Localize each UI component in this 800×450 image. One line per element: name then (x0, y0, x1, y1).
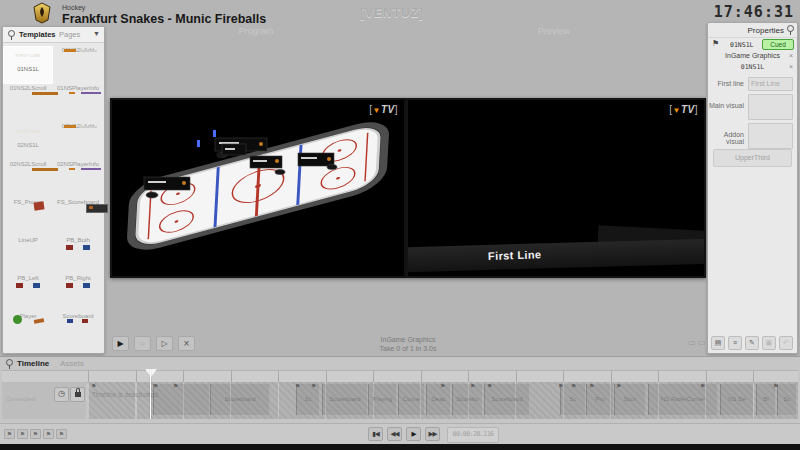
template-cell[interactable]: FIRST LINE 02NS1L (3, 122, 53, 160)
cue-marker-flag[interactable]: ⚑ (153, 382, 158, 389)
cue-marker-flag[interactable]: ⚑ (700, 382, 705, 389)
template-cell[interactable]: FS_Scoreboard (53, 198, 103, 236)
template-cell[interactable]: LineUP (3, 236, 53, 274)
template-label: LineUP (3, 237, 53, 243)
cue-marker-flag[interactable]: ⚑ (470, 382, 475, 389)
playhead-handle[interactable] (145, 369, 157, 377)
edit-icon[interactable]: ✎ (745, 336, 759, 350)
field-addon-visual: Addon visual (708, 123, 797, 149)
cue-marker-flag[interactable]: ⚑ (311, 382, 316, 389)
ruler-tick (88, 371, 91, 382)
main-visual-dropzone[interactable] (748, 94, 793, 120)
marker-first-button[interactable]: ⚑ (4, 429, 15, 439)
timeline-panel: Timeline Assets Connected ◷ Timeline is … (0, 356, 800, 445)
ruler-tick (421, 371, 424, 382)
ruler-tick (278, 371, 281, 382)
tab-timeline[interactable]: Timeline (17, 359, 49, 368)
output-monitor2-icon[interactable]: ▭ (698, 338, 706, 347)
template-label: 02NS2LScroll (3, 161, 53, 167)
cued-template-row: ⚑ 01NS1L Cued (708, 38, 797, 52)
ruler-tick (563, 371, 566, 382)
pin-icon[interactable] (787, 25, 794, 32)
template-cell[interactable]: 01NS2LScroll (3, 84, 53, 122)
chevron-down-icon[interactable]: ▼ (93, 30, 100, 37)
undo-icon: ↶ (779, 336, 793, 350)
template-cell[interactable]: PB_Left (3, 274, 53, 312)
template-label: PB_Left (3, 275, 53, 281)
template-label: PB_Both (53, 237, 103, 243)
tab-assets[interactable]: Assets (60, 359, 84, 368)
clear-button[interactable]: × (178, 336, 195, 351)
ruler-tick (326, 371, 329, 382)
template-cell[interactable]: Scoreboard (53, 312, 103, 350)
template-cell[interactable]: FIRST LINE 01NS1L (3, 46, 53, 84)
play-button[interactable]: ▶ (406, 427, 421, 441)
template-cell[interactable]: 02NSPlayerInfo (53, 160, 103, 198)
cue-marker-flag[interactable]: ⚑ (440, 382, 445, 389)
cue-marker-flag[interactable]: ⚑ (773, 382, 778, 389)
tab-templates[interactable]: Templates (19, 30, 56, 39)
rewind-button[interactable]: ◀◀ (387, 427, 402, 441)
marker-add-button[interactable]: ⚑ (17, 429, 28, 439)
stack-label: InGame Graphics (725, 52, 780, 59)
templates-panel: Templates Pages ▼ FIRST LINE 01NS1L 01NS… (2, 26, 105, 354)
template-cell[interactable]: Player (3, 312, 53, 350)
template-label: Player (3, 313, 53, 319)
track-head: Connected ◷ (2, 382, 86, 419)
template-label: PB_Right (53, 275, 103, 281)
field-first-line: First line First Line (708, 77, 797, 91)
template-label: 02NSPlayerInfo (53, 161, 103, 167)
template-cell[interactable]: 02NS2LAdd (53, 122, 103, 160)
template-cell[interactable]: 02NS2LScroll (3, 160, 53, 198)
lock-button[interactable] (70, 387, 85, 402)
cue-marker-flag[interactable]: ⚑ (487, 382, 492, 389)
properties-title: Properties (748, 26, 784, 35)
cue-marker-flag[interactable]: ⚑ (558, 382, 563, 389)
take-button[interactable]: ▶ (112, 336, 129, 351)
template-thumbnail: FIRST LINE (3, 122, 53, 141)
cue-marker-flag[interactable]: ⚑ (571, 382, 576, 389)
cue-marker-flag[interactable]: ⚑ (616, 382, 621, 389)
cued-status-badge[interactable]: Cued (762, 39, 794, 50)
take-out-button[interactable]: ▷ (156, 336, 173, 351)
timecode-display: 00:00:20.116 (447, 427, 499, 443)
marker-next-button[interactable]: ⚑ (43, 429, 54, 439)
pin-icon[interactable] (8, 30, 15, 37)
stack-row[interactable]: InGame Graphics × (708, 52, 797, 63)
list-icon[interactable]: ≡ (728, 336, 742, 350)
timeline-track[interactable]: Timeline is deactivated ScoreboardScScor… (88, 382, 798, 419)
first-line-input[interactable]: First Line (748, 77, 793, 91)
template-cell[interactable]: PB_Both (53, 236, 103, 274)
tab-pages[interactable]: Pages (59, 30, 80, 39)
templates-panel-header: Templates Pages ▼ (3, 27, 104, 43)
upperthird-button[interactable]: UpperThird (713, 149, 792, 167)
playhead-line[interactable] (150, 369, 151, 419)
skip-start-button[interactable]: ▮◀ (368, 427, 383, 441)
timeline-header: Timeline Assets (0, 357, 800, 370)
new-page-icon[interactable]: ▤ (711, 336, 725, 350)
template-label: Scoreboard (53, 313, 103, 319)
fast-forward-button[interactable]: ▶▶ (425, 427, 440, 441)
close-icon[interactable]: × (789, 63, 793, 70)
field-label: Main visual (708, 102, 744, 109)
channel-logo: [▼TV] (369, 104, 398, 115)
marker-prev-button[interactable]: ⚑ (30, 429, 41, 439)
template-cell[interactable]: 01NS2LAdd (53, 46, 103, 84)
cue-marker-flag[interactable]: ⚑ (589, 382, 594, 389)
template-cell[interactable]: 01NSPlayerInfo (53, 84, 103, 122)
clock-button[interactable]: ◷ (54, 387, 69, 402)
pin-icon[interactable] (6, 359, 13, 366)
close-icon[interactable]: × (789, 52, 793, 59)
record-button[interactable]: ○ (134, 336, 151, 351)
template-cell[interactable]: PB_Right (53, 274, 103, 312)
marker-last-button[interactable]: ⚑ (56, 429, 67, 439)
stack-row[interactable]: 01NS1L × (708, 63, 797, 74)
addon-visual-dropzone[interactable] (748, 123, 793, 149)
save-icon: ▣ (762, 336, 776, 350)
output-monitor-icon[interactable]: ▭ (688, 338, 696, 347)
template-cell[interactable]: FS_Promo (3, 198, 53, 236)
ruler-tick (231, 371, 234, 382)
cue-marker-flag[interactable]: ⚑ (173, 382, 178, 389)
cue-marker-flag[interactable]: ⚑ (91, 382, 96, 389)
cue-marker-flag[interactable]: ⚑ (295, 382, 300, 389)
